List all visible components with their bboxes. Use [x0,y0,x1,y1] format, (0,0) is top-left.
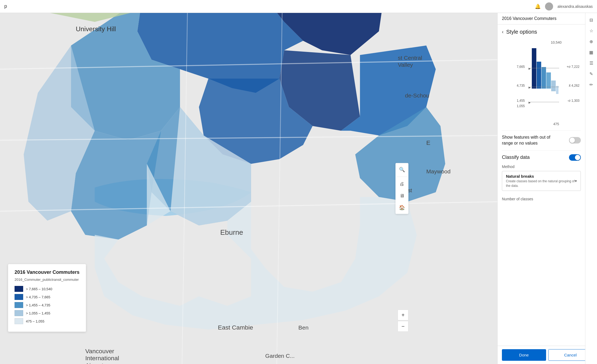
classify-toggle-knob [575,155,580,160]
show-features-toggle[interactable] [569,137,581,144]
svg-text:Garden C...: Garden C... [265,353,295,359]
legend-item-label: > 1,455 – 4,735 [26,303,50,307]
print-tool-btn[interactable]: 🖨 [397,178,407,189]
toolbar-chart-btn[interactable]: ▦ [586,47,596,57]
notification-icon[interactable]: 🔔 [535,4,541,9]
svg-rect-32 [551,80,556,91]
top-bar-right: 🔔 alexandra.alisauskas [535,2,593,10]
layer-name: 2016 Vancouver Commuters [502,16,589,21]
svg-rect-30 [542,67,546,89]
svg-rect-28 [532,48,536,89]
username: alexandra.alisauskas [557,4,593,9]
marker-3: ▶ [529,101,531,104]
histogram-svg [530,46,559,121]
stat-minus-sigma: -σ 1,303 [567,99,579,103]
legend-swatch [15,310,23,316]
legend-item: > 7,665 – 10,540 [15,286,79,292]
svg-text:E: E [426,139,430,146]
legend-title: 2016 Vancouver Commuters [15,270,79,275]
legend-item-label: 475 – 1,055 [26,319,44,323]
show-features-row: Show features with out of range or no va… [502,130,581,150]
classify-section: Classify data Method Natural breaks Crea… [502,150,581,205]
legend-swatch [15,286,23,292]
legend-item: > 4,735 – 7,665 [15,294,79,300]
marker-2: ▶ [529,86,531,89]
app-title: p [4,4,7,9]
toolbar-pencil-btn[interactable]: ✏ [586,80,596,89]
classify-label: Classify data [502,155,530,160]
svg-text:Ben: Ben [298,324,309,331]
legend-item-label: > 7,665 – 10,540 [26,287,52,291]
show-features-label: Show features with out of range or no va… [502,134,561,146]
toolbar-filter-btn[interactable]: ⊕ [586,37,596,46]
stat-mean-left: 4,735 [517,84,525,88]
zoom-controls: + − [398,310,408,332]
dropdown-content: Natural breaks Create classes based on t… [506,174,575,188]
sidebar-header: 2016 Vancouver Commuters ▾ [498,13,597,24]
tool-divider [397,177,407,177]
legend-subtitle: 2016_Commuter_publictransit_commuter [15,277,79,282]
share-tool-btn[interactable]: 🏠 [397,202,407,213]
stat-plus-sigma-left: 7,665 [517,65,525,69]
stat-minus-sigma-left: 1,455 [517,99,525,103]
svg-text:Maywood: Maywood [426,168,450,174]
histogram-container: 10,540 [502,40,581,126]
main-container: Vancouver E 3rd St University Hill Stanl… [0,13,597,364]
right-sidebar: 2016 Vancouver Commuters ▾ ‹ Style optio… [497,13,597,364]
style-options-area: ‹ Style options 10,540 [498,24,597,346]
zoom-out-btn[interactable]: − [398,321,408,332]
legend-item: > 1,455 – 4,735 [15,302,79,308]
svg-rect-29 [537,62,541,89]
map-area[interactable]: Vancouver E 3rd St University Hill Stanl… [0,13,497,364]
search-tool-btn[interactable]: 🔍 [397,164,407,175]
svg-text:de-Schou: de-Schou [405,92,429,99]
done-button[interactable]: Done [502,349,546,361]
legend-swatch [15,318,23,324]
avatar [545,2,553,10]
histogram-top-label: 10,540 [532,40,581,44]
toolbar-paint-btn[interactable]: ✎ [586,69,596,79]
number-of-classes-label: Number of classes [502,195,581,201]
style-options-title: Style options [506,29,537,35]
method-chevron-icon: ▾ [575,179,577,183]
svg-text:Airport: Airport [85,362,103,364]
classify-row: Classify data [502,154,581,161]
style-options-header: ‹ Style options [502,29,581,36]
legend-item: > 1,055 – 1,455 [15,310,79,316]
legend-swatch [15,302,23,308]
method-dropdown[interactable]: Natural breaks Create classes based on t… [502,171,581,191]
map-tools: 🔍 🖨 🖥 🏠 [395,163,408,214]
back-button[interactable]: ‹ [502,29,504,35]
classify-toggle[interactable] [569,154,581,161]
marker-1: ▶ [529,67,531,70]
stat-lower: 1,055 [517,104,525,108]
legend-panel: 2016 Vancouver Commuters 2016_Commuter_p… [8,264,86,332]
zoom-in-btn[interactable]: + [398,310,408,320]
method-label: Method [502,164,581,169]
svg-text:East Cambie: East Cambie [218,324,253,331]
method-desc: Create classes based on the natural grou… [506,179,575,188]
svg-text:st Central: st Central [398,55,422,61]
toolbar-settings-btn[interactable]: ⊟ [586,15,596,25]
legend-item-label: > 4,735 – 7,665 [26,295,50,299]
svg-text:University Hill: University Hill [76,25,116,33]
icon-toolbar: ⊟ ☆ ⊕ ▦ ☰ ✎ ✏ [585,13,597,364]
svg-rect-31 [546,72,551,89]
svg-text:Vancouver: Vancouver [85,348,114,355]
stat-plus-sigma: +σ 7,222 [567,65,579,69]
toolbar-list-btn[interactable]: ☰ [586,58,596,68]
toggle-knob [570,138,575,143]
bottom-buttons: Done Cancel [498,346,597,364]
svg-text:Eburne: Eburne [220,228,243,236]
display-tool-btn[interactable]: 🖥 [397,190,407,201]
svg-text:Valley: Valley [398,62,413,68]
method-title: Natural breaks [506,174,575,178]
histogram-bottom-label: 475 [532,122,581,126]
legend-item-label: > 1,055 – 1,455 [26,311,50,315]
svg-text:International: International [85,355,119,362]
toolbar-style-btn[interactable]: ☆ [586,26,596,36]
legend-item: 475 – 1,055 [15,318,79,324]
top-bar: p 🔔 alexandra.alisauskas [0,0,597,13]
stat-mean: x̄ 4,262 [569,84,579,88]
legend-swatch [15,294,23,300]
